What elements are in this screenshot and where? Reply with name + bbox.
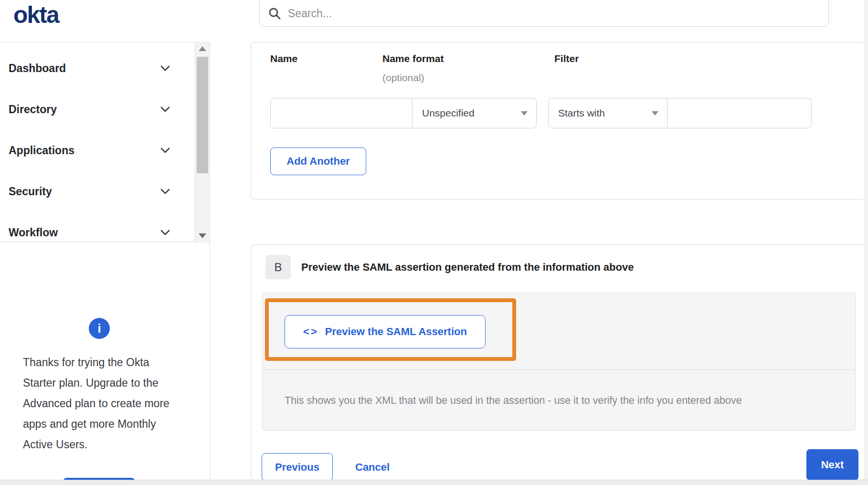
preview-panel-top: <> Preview the SAML Assertion: [263, 293, 856, 370]
scroll-down-button[interactable]: [195, 230, 210, 242]
chevron-down-icon: [160, 189, 170, 194]
sidebar-item-label: Applications: [9, 144, 74, 157]
next-button[interactable]: Next: [806, 449, 858, 480]
code-icon: <>: [303, 326, 318, 338]
sidebar-item-directory[interactable]: Directory: [0, 89, 194, 129]
section-b-title: Preview the SAML assertion generated fro…: [301, 261, 634, 274]
scroll-up-button[interactable]: [195, 42, 210, 55]
sidebar-item-dashboard[interactable]: Dashboard: [0, 48, 194, 88]
sidebar-item-workflow[interactable]: Workflow: [0, 212, 194, 253]
chevron-down-icon: [160, 148, 170, 153]
preview-saml-assertion-button[interactable]: <> Preview the SAML Assertion: [285, 315, 486, 348]
add-another-button[interactable]: Add Another: [270, 148, 366, 175]
name-format-label: Name format: [382, 53, 444, 64]
preview-assertion-card: B Preview the SAML assertion generated f…: [251, 244, 866, 480]
sidebar-item-label: Workflow: [9, 226, 58, 239]
triangle-up-icon: [199, 46, 206, 51]
filter-value-input[interactable]: [667, 98, 812, 128]
preview-help-text: This shows you the XML that will be used…: [263, 370, 856, 431]
scrollbar-thumb[interactable]: [197, 57, 208, 173]
step-b-badge: B: [265, 255, 291, 279]
cancel-button[interactable]: Cancel: [355, 453, 390, 481]
preview-button-label: Preview the SAML Assertion: [325, 326, 467, 338]
page-scrollbar-track[interactable]: [865, 0, 868, 480]
attribute-statements-card: Name Name format (optional) Filter Unspe…: [251, 42, 866, 200]
global-search: [259, 0, 829, 27]
name-format-select[interactable]: Unspecified: [413, 98, 537, 128]
filter-label: Filter: [554, 53, 579, 64]
sidebar: Dashboard Directory Applications Securit…: [0, 42, 210, 480]
search-input[interactable]: [288, 7, 765, 20]
triangle-down-icon: [199, 233, 206, 238]
sidebar-item-label: Directory: [9, 103, 57, 116]
horizontal-scrollbar-track[interactable]: [0, 480, 868, 485]
info-icon: i: [89, 318, 110, 339]
sidebar-item-label: Dashboard: [9, 62, 66, 75]
sidebar-item-applications[interactable]: Applications: [0, 130, 194, 170]
caret-down-icon: [521, 111, 528, 116]
previous-button[interactable]: Previous: [262, 453, 333, 481]
sidebar-scrollbar[interactable]: [195, 42, 210, 242]
trial-promo-text: Thanks for trying the Okta Starter plan.…: [23, 352, 177, 455]
sidebar-nav: Dashboard Directory Applications Securit…: [0, 42, 210, 242]
name-format-optional-label: (optional): [382, 72, 424, 84]
filter-operator-selected-value: Starts with: [558, 107, 605, 119]
okta-admin-console: okta Dashboard Directory Applications Se…: [0, 0, 868, 485]
sidebar-item-security[interactable]: Security: [0, 171, 194, 211]
chevron-down-icon: [160, 65, 170, 71]
filter-operator-select[interactable]: Starts with: [548, 98, 667, 128]
preview-panel: <> Preview the SAML Assertion This shows…: [262, 293, 856, 431]
search-icon: [268, 7, 281, 20]
name-format-selected-value: Unspecified: [422, 107, 475, 119]
chevron-down-icon: [160, 230, 170, 235]
attribute-name-input[interactable]: [270, 98, 413, 128]
sidebar-item-label: Security: [9, 185, 52, 198]
caret-down-icon: [652, 111, 658, 116]
okta-logo[interactable]: okta: [13, 1, 59, 29]
chevron-down-icon: [160, 106, 170, 112]
name-label: Name: [270, 53, 297, 64]
